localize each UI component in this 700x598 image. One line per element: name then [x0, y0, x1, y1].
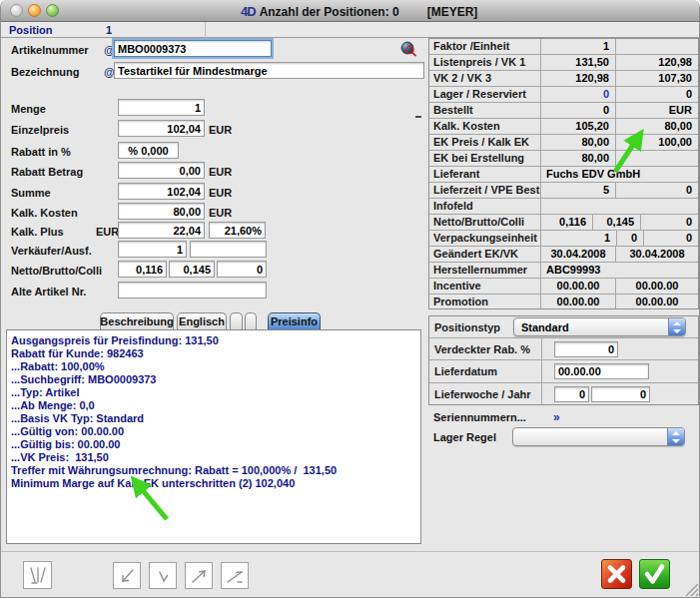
preisinfo-line: ...Gültig von: 00.00.00 [11, 425, 420, 438]
verdeckter-rabatt-input[interactable]: 0 [554, 341, 618, 357]
close-button[interactable] [10, 4, 23, 17]
row-value: 1 [541, 39, 616, 54]
nav-last-record-button[interactable] [221, 562, 249, 589]
lieferdatum-input[interactable]: 00.00.00 [554, 363, 649, 379]
currency-label: EUR [209, 187, 232, 199]
green-arrow-annotation [603, 126, 651, 178]
rabatt-prozent-input[interactable]: % 0,000 [118, 142, 179, 159]
currency-label: EUR [209, 207, 232, 219]
kalk-plus-amount-input[interactable]: 22,04 [118, 222, 205, 239]
tab-beschreibung[interactable]: Beschreibung [100, 312, 174, 329]
zoom-button[interactable] [46, 4, 59, 17]
nav-first-record-button[interactable] [113, 562, 141, 589]
kalk-kosten-label: Kalk. Kosten [11, 207, 78, 219]
table-row: Promotion00.00.0000.00.00 [429, 295, 698, 309]
lieferwoche-row: Lieferwoche / Jahr 0 0 [429, 383, 698, 405]
menge-input[interactable]: 1 [118, 99, 205, 116]
lieferdatum-label: Lieferdatum [429, 365, 497, 377]
row-value: 0 [617, 231, 644, 246]
brutto-input[interactable]: 0,145 [169, 261, 215, 278]
table-row: Geändert EK/VK30.04.200830.04.2008 [429, 247, 698, 263]
tab-blank-2[interactable] [245, 312, 257, 329]
row-label: Verpackungseinheit [429, 231, 541, 246]
tab-englisch[interactable]: Englisch [177, 312, 227, 329]
row-value: 0 [616, 183, 698, 198]
preisinfo-line: ...Ab Menge: 0,0 [11, 399, 420, 412]
cell-divider [541, 360, 542, 382]
popup-stepper-icon [668, 318, 685, 335]
table-row: EK Preis / Kalk EK80,00100,00 [429, 135, 698, 151]
strike-line-button[interactable] [23, 561, 52, 589]
preisinfo-line: ...Suchbegriff: MBO0009373 [11, 373, 420, 386]
currency-label: EUR [96, 226, 119, 238]
ok-button[interactable] [639, 559, 670, 589]
row-label: Bestellt [429, 103, 541, 118]
kalk-kosten-input[interactable]: 80,00 [118, 203, 205, 220]
window-title: 4D Anzahl der Positionen: 0 [MEYER] [241, 4, 477, 19]
rabatt-betrag-input[interactable]: 0,00 [118, 162, 205, 179]
minimize-button[interactable] [28, 4, 41, 17]
row-label: Netto/Brutto/Colli [429, 215, 541, 230]
positionstyp-select[interactable]: Standard [513, 317, 686, 336]
bezeichnung-input[interactable]: Testartikel für Mindestmarge [114, 62, 424, 79]
summe-input[interactable]: 102,04 [118, 183, 205, 200]
verdeckter-rabatt-row: Verdeckter Rab. % 0 [429, 338, 698, 360]
position-detail-box: Positionstyp Standard Verdeckter Rab. % … [428, 315, 699, 405]
summe-label: Summe [11, 187, 51, 199]
row-label: EK Preis / Kalk EK [429, 135, 541, 150]
seriennummern-link[interactable]: Seriennummern... [433, 411, 526, 423]
preisinfo-textarea[interactable]: Ausgangspreis für Preisfindung: 131,50 R… [6, 329, 421, 544]
preisinfo-line: Treffer mit Währungsumrechnung: Rabatt =… [11, 464, 420, 477]
alte-artikel-input[interactable] [118, 282, 267, 299]
tab-preisinfo[interactable]: Preisinfo [268, 312, 321, 329]
row-label: Faktor /Einheit [429, 39, 541, 54]
row-value: 0 [541, 87, 616, 102]
4d-logo-icon: 4D [241, 4, 256, 19]
lager-regel-label: Lager Regel [433, 431, 496, 443]
kalk-plus-label: Kalk. Plus [11, 226, 64, 238]
splitter-handle[interactable] [415, 116, 421, 118]
arrow-down-icon [150, 563, 176, 588]
search-icon[interactable] [400, 41, 416, 57]
arrow-down-left-icon [114, 563, 140, 588]
row-label: Geändert EK/VK [429, 247, 541, 262]
kalk-plus-percent-input[interactable]: 21,60% [209, 222, 266, 239]
colli-input[interactable]: 0 [217, 261, 267, 278]
netto-input[interactable]: 0,116 [118, 261, 167, 278]
positionstyp-label: Positionstyp [429, 321, 500, 333]
nav-next-record-button[interactable] [185, 562, 213, 589]
row-value: 131,50 [541, 55, 616, 70]
row-value: 30.04.2008 [541, 247, 616, 262]
verkaeufer-input[interactable]: 1 [118, 241, 187, 258]
alte-artikel-label: Alte Artikel Nr. [11, 286, 86, 298]
cancel-button[interactable] [601, 559, 632, 589]
seriennummern-chevron[interactable]: » [553, 410, 560, 424]
table-row: EK bei Erstellung80,00 [429, 151, 698, 167]
row-label: Herstellernummer [429, 263, 541, 278]
row-label: Kalk. Kosten [429, 119, 541, 134]
artikelnummer-input[interactable]: MBO0009373 [114, 40, 272, 57]
row-value: EUR [616, 103, 698, 118]
header-divider [205, 22, 206, 38]
table-row: Netto/Brutto/Colli0,1160,1450 [429, 215, 698, 231]
rabatt-prozent-label: Rabatt in % [11, 146, 71, 158]
row-value: 0 [641, 215, 698, 230]
row-value: 5 [541, 183, 616, 198]
lieferwoche-input[interactable]: 0 [554, 386, 589, 402]
preisinfo-line: ...Typ: Artikel [11, 386, 420, 399]
strike-icon [24, 562, 51, 588]
table-row: HerstellernummerABC99993 [429, 263, 698, 279]
green-arrow-annotation [109, 467, 179, 525]
table-row: Incentive00.00.0000.00.00 [429, 279, 698, 295]
window-resize-grip[interactable] [684, 582, 700, 597]
einzelpreis-input[interactable]: 102,04 [118, 120, 205, 137]
verkaeufer-label: Verkäufer/Ausf. [11, 245, 92, 257]
row-value: 00.00.00 [616, 279, 698, 294]
nav-previous-record-button[interactable] [149, 562, 177, 589]
window-title-text: Anzahl der Positionen: 0 [260, 5, 399, 19]
ausfuehrung-input[interactable] [190, 241, 267, 258]
lieferjahr-input[interactable]: 0 [591, 386, 650, 402]
table-row: Listenpreis / VK 1131,50120,98 [429, 55, 698, 71]
lager-regel-select[interactable] [512, 427, 685, 446]
tab-blank-1[interactable] [230, 312, 243, 329]
